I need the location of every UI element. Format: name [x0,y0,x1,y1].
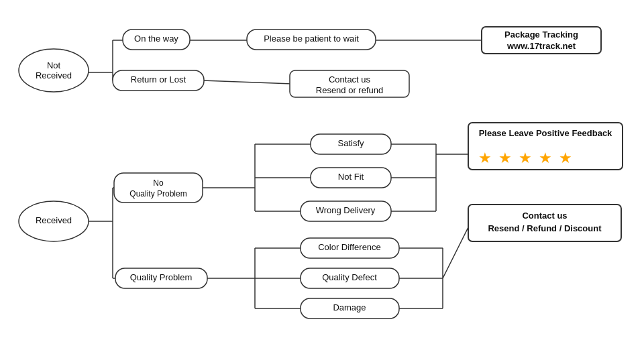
no-quality-label1: No [153,178,164,188]
contact-resend2-label2: Resend / Refund / Discount [488,223,602,233]
quality-problem-label: Quality Problem [130,272,192,282]
package-tracking-label1: Package Tracking [504,30,578,40]
damage-label: Damage [333,302,366,312]
star-3: ★ [519,150,532,166]
patient-wait-label: Please be patient to wait [264,34,359,44]
star-4: ★ [539,150,552,166]
no-quality-label2: Quality Problem [129,189,186,198]
wrong-delivery-label: Wrong Delivery [316,205,376,215]
on-the-way-label: On the way [134,34,178,44]
contact-resend-label2: Resend or refund [316,85,383,95]
return-lost-label: Return or Lost [131,74,186,84]
diagram: Not Received On the way Return or Lost P… [0,0,644,344]
contact-resend2-label1: Contact us [522,211,567,221]
svg-line-6 [203,80,292,84]
received-label: Received [36,215,72,225]
color-diff-label: Color Difference [318,242,381,252]
not-received-label2: Received [36,70,72,80]
star-2: ★ [498,150,512,166]
star-5: ★ [559,150,572,166]
feedback-label: Please Leave Positive Feedback [479,128,612,138]
svg-line-30 [443,225,470,278]
satisfy-label: Satisfy [337,138,364,148]
not-received-label: Not [47,60,61,70]
star-1: ★ [478,150,492,166]
quality-defect-label: Quality Defect [322,272,377,282]
not-fit-label: Not Fit [338,172,364,182]
contact-resend-label1: Contact us [329,74,371,84]
package-tracking-label2: www.17track.net [506,41,576,51]
